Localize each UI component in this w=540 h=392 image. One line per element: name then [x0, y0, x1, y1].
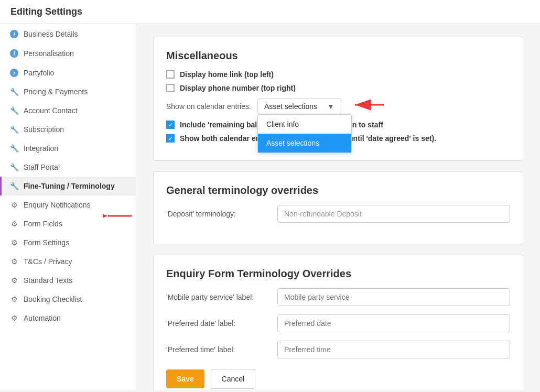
sidebar-item-subscription[interactable]: 🔧 Subscription — [0, 120, 136, 139]
gear-icon: ⚙ — [10, 201, 18, 209]
checkbox-phone-label: Display phone number (top right) — [180, 84, 296, 92]
calendar-dropdown-menu: Client info Asset selections — [257, 114, 352, 153]
sidebar-item-business-details[interactable]: i Business Details — [0, 24, 136, 43]
enquiry-form-section: Enquiry Form Terminology Overrides 'Mobi… — [153, 255, 523, 390]
checkbox-row-home-link: Display home link (top left) — [166, 70, 510, 79]
calendar-dropdown-btn[interactable]: Asset selections ▼ — [257, 99, 341, 114]
gear-icon: ⚙ — [10, 295, 18, 303]
sidebar-item-integration[interactable]: 🔧 Integration — [0, 139, 136, 158]
sidebar-item-label: Integration — [24, 144, 58, 153]
page-title: Editing Settings — [10, 6, 82, 17]
info-icon: i — [10, 49, 18, 58]
enquiry-label-2: 'Preferred time' label: — [166, 345, 271, 354]
check-icon: ✓ — [168, 122, 173, 128]
calendar-entries-row: Show on calendar entries: Asset selectio… — [166, 99, 510, 114]
sidebar-item-personalisation[interactable]: i Personalisation — [0, 43, 136, 63]
general-terminology-title: General terminology overrides — [166, 184, 510, 197]
sidebar: i Business Details i Personalisation i P… — [0, 24, 136, 390]
gear-icon: ⚙ — [10, 314, 18, 322]
checkbox-home-link[interactable] — [166, 70, 175, 79]
sidebar-item-label: Fine-Tuning / Terminology — [24, 182, 115, 190]
sidebar-item-automation[interactable]: ⚙ Automation — [0, 309, 136, 328]
deposit-input[interactable] — [277, 205, 510, 223]
sidebar-item-label: Enquiry Notifications — [24, 201, 91, 209]
calendar-label: Show on calendar entries: — [166, 102, 251, 111]
wrench-icon: 🔧 — [10, 106, 18, 115]
sidebar-item-fine-tuning[interactable]: 🔧 Fine-Tuning / Terminology — [0, 177, 136, 195]
checkbox-row-phone: Display phone number (top right) — [166, 84, 510, 92]
miscellaneous-section: Miscellaneous Display home link (top lef… — [153, 37, 523, 161]
sidebar-item-label: Partyfolio — [24, 69, 54, 77]
wrench-icon: 🔧 — [10, 144, 18, 153]
sidebar-item-label: Pricing & Payments — [24, 88, 88, 96]
dropdown-item-asset-selections[interactable]: Asset selections — [258, 134, 351, 153]
check-icon-2: ✓ — [168, 135, 173, 142]
checkbox-balance[interactable]: ✓ — [166, 121, 175, 129]
enquiry-input-2[interactable] — [277, 341, 510, 358]
miscellaneous-title: Miscellaneous — [166, 50, 510, 62]
sidebar-item-label: Business Details — [24, 30, 78, 38]
sidebar-item-enquiry-notifications[interactable]: ⚙ Enquiry Notifications — [0, 195, 136, 214]
sidebar-item-staff-portal[interactable]: 🔧 Staff Portal — [0, 158, 136, 177]
red-arrow-indicator — [344, 94, 386, 117]
app-header: Editing Settings — [0, 0, 540, 24]
wrench-icon: 🔧 — [10, 88, 18, 96]
calendar-dropdown-value: Asset selections — [264, 102, 317, 111]
wrench-icon: 🔧 — [10, 163, 18, 171]
enquiry-input-1[interactable] — [277, 314, 510, 332]
sidebar-item-label: Account Contact — [24, 106, 78, 115]
checkbox-phone[interactable] — [166, 84, 175, 92]
checkbox-home-link-label: Display home link (top left) — [180, 70, 274, 79]
sidebar-item-label: Staff Portal — [24, 163, 60, 171]
gear-icon: ⚙ — [10, 238, 18, 247]
sidebar-item-account-contact[interactable]: 🔧 Account Contact — [0, 101, 136, 120]
general-terminology-section: General terminology overrides 'Deposit' … — [153, 171, 523, 244]
gear-icon: ⚙ — [10, 276, 18, 285]
sidebar-item-label: Booking Checklist — [24, 295, 82, 303]
cancel-button[interactable]: Cancel — [211, 369, 256, 389]
enquiry-input-0[interactable] — [277, 288, 510, 306]
dropdown-item-client-info[interactable]: Client info — [258, 115, 351, 134]
form-buttons: Save Cancel — [166, 369, 510, 389]
wrench-icon: 🔧 — [10, 182, 18, 190]
checkbox-both-entries[interactable]: ✓ — [166, 134, 175, 143]
info-icon: i — [10, 29, 18, 38]
main-content: Miscellaneous Display home link (top lef… — [136, 24, 540, 390]
enquiry-form-title: Enquiry Form Terminology Overrides — [166, 268, 510, 280]
sidebar-item-label: T&Cs / Privacy — [24, 257, 72, 266]
sidebar-item-label: Automation — [24, 314, 61, 322]
gear-icon: ⚙ — [10, 257, 18, 266]
enquiry-label-0: 'Mobile party service' label: — [166, 293, 271, 301]
deposit-label: 'Deposit' terminology: — [166, 210, 271, 218]
sidebar-item-label: Standard Texts — [24, 276, 72, 285]
enquiry-field-2: 'Preferred time' label: — [166, 341, 510, 358]
sidebar-item-pricing-payments[interactable]: 🔧 Pricing & Payments — [0, 82, 136, 101]
calendar-dropdown-wrapper: Asset selections ▼ Client info Asset sel… — [257, 99, 341, 114]
chevron-down-icon: ▼ — [327, 102, 334, 111]
wrench-icon: 🔧 — [10, 125, 18, 134]
sidebar-item-form-settings[interactable]: ⚙ Form Settings — [0, 233, 136, 252]
deposit-form-group: 'Deposit' terminology: — [166, 205, 510, 223]
enquiry-field-1: 'Preferred date' label: — [166, 314, 510, 332]
sidebar-item-label: Subscription — [24, 125, 64, 134]
enquiry-field-0: 'Mobile party service' label: — [166, 288, 510, 306]
sidebar-item-label: Form Fields — [24, 220, 62, 228]
save-button[interactable]: Save — [166, 369, 204, 388]
sidebar-item-tcs-privacy[interactable]: ⚙ T&Cs / Privacy — [0, 252, 136, 271]
sidebar-item-standard-texts[interactable]: ⚙ Standard Texts — [0, 271, 136, 290]
enquiry-label-1: 'Preferred date' label: — [166, 319, 271, 328]
gear-icon: ⚙ — [10, 220, 18, 228]
sidebar-item-label: Form Settings — [24, 238, 69, 247]
sidebar-item-partyfolio[interactable]: i Partyfolio — [0, 63, 136, 82]
sidebar-item-booking-checklist[interactable]: ⚙ Booking Checklist — [0, 290, 136, 309]
sidebar-item-form-fields[interactable]: ⚙ Form Fields — [0, 214, 136, 233]
info-icon: i — [10, 68, 18, 77]
sidebar-item-label: Personalisation — [24, 49, 74, 58]
